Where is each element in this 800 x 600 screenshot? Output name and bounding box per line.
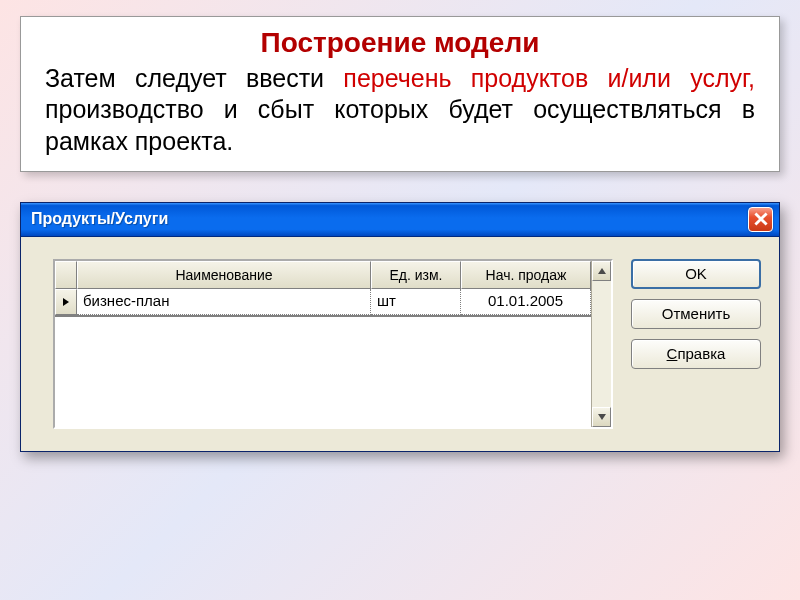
table-header: Наименование Ед. изм. Нач. продаж xyxy=(55,261,591,289)
table-row[interactable]: бизнес-план шт 01.01.2005 xyxy=(55,289,591,315)
row-separator xyxy=(55,315,591,317)
cell-start[interactable]: 01.01.2005 xyxy=(461,289,591,315)
table-main: Наименование Ед. изм. Нач. продаж бизнес… xyxy=(55,261,591,427)
button-column: OK Отменить Справка xyxy=(631,259,761,429)
row-pointer-icon xyxy=(62,297,70,307)
help-accel: С xyxy=(667,345,678,362)
info-title: Построение модели xyxy=(45,27,755,59)
products-dialog: Продукты/Услуги Наименование Ед. изм. На… xyxy=(20,202,780,452)
titlebar[interactable]: Продукты/Услуги xyxy=(21,203,779,237)
close-icon xyxy=(754,212,768,226)
col-name[interactable]: Наименование xyxy=(77,261,371,289)
help-rest: правка xyxy=(677,345,725,362)
scroll-track[interactable] xyxy=(592,281,611,407)
row-marker[interactable] xyxy=(55,289,77,315)
info-text-after: производство и сбыт которых будет осущес… xyxy=(45,95,755,154)
products-table[interactable]: Наименование Ед. изм. Нач. продаж бизнес… xyxy=(53,259,613,429)
info-card: Построение модели Затем следует ввести п… xyxy=(20,16,780,172)
col-start[interactable]: Нач. продаж xyxy=(461,261,591,289)
col-unit[interactable]: Ед. изм. xyxy=(371,261,461,289)
info-text-before: Затем следует ввести xyxy=(45,64,343,92)
info-text: Затем следует ввести перечень продуктов … xyxy=(45,63,755,157)
scroll-down-button[interactable] xyxy=(592,407,611,427)
cell-name[interactable]: бизнес-план xyxy=(77,289,371,315)
cell-unit[interactable]: шт xyxy=(371,289,461,315)
col-marker[interactable] xyxy=(55,261,77,289)
close-button[interactable] xyxy=(748,207,773,232)
chevron-down-icon xyxy=(598,414,606,420)
info-text-highlight: перечень продуктов и/или услуг, xyxy=(343,64,755,92)
vertical-scrollbar[interactable] xyxy=(591,261,611,427)
titlebar-text: Продукты/Услуги xyxy=(31,210,748,228)
help-button[interactable]: Справка xyxy=(631,339,761,369)
ok-button[interactable]: OK xyxy=(631,259,761,289)
cancel-button[interactable]: Отменить xyxy=(631,299,761,329)
dialog-body: Наименование Ед. изм. Нач. продаж бизнес… xyxy=(21,237,779,451)
chevron-up-icon xyxy=(598,268,606,274)
scroll-up-button[interactable] xyxy=(592,261,611,281)
